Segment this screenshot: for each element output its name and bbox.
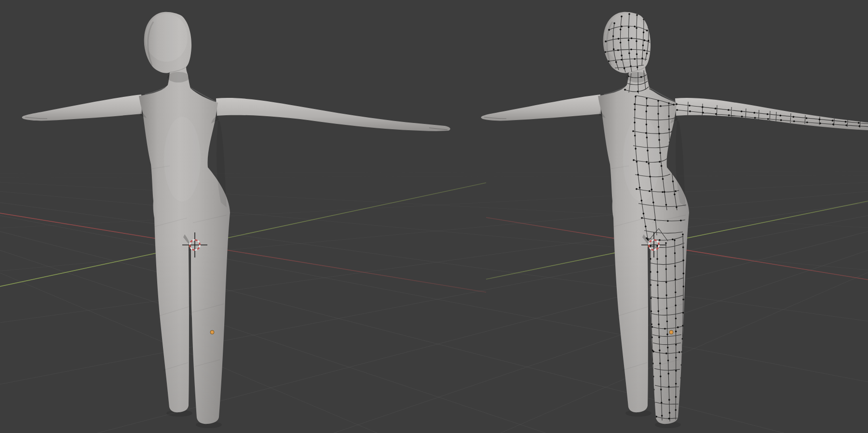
object-origin-dot [210,330,214,334]
viewport-canvas[interactable] [0,0,868,433]
blender-3d-viewport[interactable] [0,0,868,433]
object-origin-dot [669,330,673,334]
viewport-background [0,0,868,433]
